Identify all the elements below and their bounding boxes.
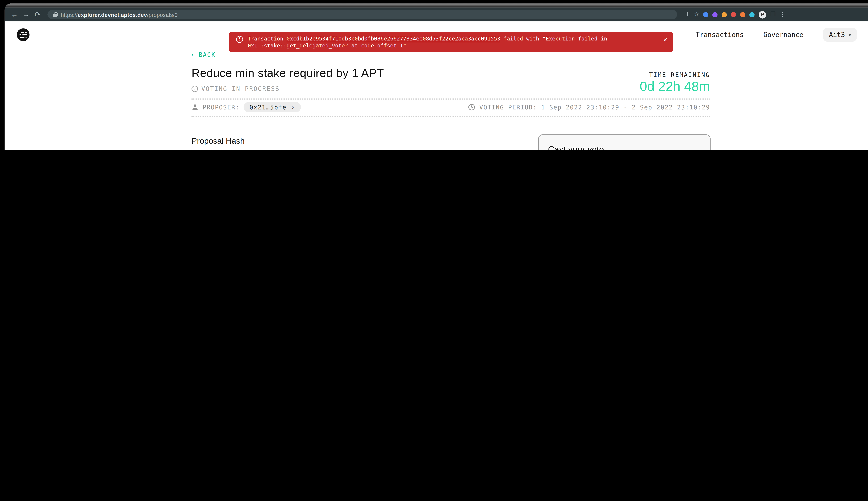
extension-icon-cyan[interactable] [750, 12, 755, 17]
clock-icon [468, 104, 475, 111]
forward-nav-icon[interactable]: → [22, 11, 30, 18]
proposal-page: ←BACK Reduce min stake required by 1 APT… [5, 48, 868, 150]
divider [191, 116, 710, 117]
browser-actions: ⬆ ☆ P ❐ ⋮ [685, 11, 785, 18]
time-remaining-value: 0d 22h 48m [640, 79, 710, 94]
proposer-address-pill[interactable]: 0x21…5bfe› [244, 102, 301, 113]
proposer-label: PROPOSER: [202, 104, 240, 111]
back-arrow-icon: ← [191, 51, 196, 58]
extension-icon-purple[interactable] [713, 12, 718, 17]
browser-window: ← → ⟳ https://explorer.devnet.aptos.dev/… [5, 3, 868, 150]
back-button[interactable]: ←BACK [191, 51, 216, 58]
aptos-logo[interactable] [16, 28, 30, 42]
bookmark-star-icon[interactable]: ☆ [694, 12, 699, 17]
cast-vote-card: Cast your vote Owner Account Address 0xa… [538, 134, 711, 150]
banner-close-icon[interactable]: ✕ [663, 36, 667, 43]
chevron-right-icon: › [291, 104, 295, 110]
url-text: https://explorer.devnet.aptos.dev/propos… [61, 11, 178, 18]
chevron-down-icon: ▼ [848, 32, 851, 38]
tab-grid-icon[interactable]: ❐ [770, 12, 776, 17]
proposal-title: Reduce min stake required by 1 APT [191, 66, 384, 80]
error-text: Transaction 0xcdb1b2e9534f710db3c0bd0fb0… [248, 35, 659, 49]
window-titlebar [5, 3, 868, 8]
status-icon: ··· [191, 85, 198, 92]
back-nav-icon[interactable]: ← [10, 11, 19, 18]
divider [191, 98, 710, 100]
extension-icon-blue[interactable] [703, 12, 708, 17]
extension-icon-amber[interactable] [740, 12, 746, 17]
cast-vote-title: Cast your vote [548, 144, 701, 150]
browser-menu-icon[interactable]: ⋮ [780, 12, 785, 17]
time-remaining-label: TIME REMAINING [649, 71, 710, 78]
failed-tx-hash-link[interactable]: 0xcdb1b2e9534f710db3c0bd0fb086e266277334… [287, 35, 500, 42]
voting-period-row: VOTING PERIOD: 1 Sep 2022 23:10:29 - 2 S… [468, 102, 710, 113]
nav-governance[interactable]: Governance [763, 31, 803, 39]
screen: ← → ⟳ https://explorer.devnet.aptos.dev/… [0, 0, 868, 150]
error-icon: ! [236, 36, 243, 43]
nav-transactions[interactable]: Transactions [696, 31, 744, 39]
transaction-error-banner: ! Transaction 0xcdb1b2e9534f710db3c0bd0f… [229, 32, 673, 52]
proposer-row: PROPOSER: 0x21…5bfe› [191, 102, 301, 113]
person-icon [191, 104, 198, 111]
extension-icon-orange[interactable] [722, 12, 727, 17]
share-icon[interactable]: ⬆ [685, 12, 690, 17]
reload-icon[interactable]: ⟳ [33, 11, 42, 18]
voting-period-value: 1 Sep 2022 23:10:29 - 2 Sep 2022 23:10:2… [541, 104, 710, 111]
voting-status: ··· VOTING IN PROGRESS [191, 85, 280, 92]
extension-icon-red[interactable] [731, 12, 736, 17]
lock-icon [53, 12, 57, 17]
network-selector[interactable]: Ait3▼ [823, 28, 857, 42]
browser-toolbar: ← → ⟳ https://explorer.devnet.aptos.dev/… [5, 8, 868, 21]
profile-avatar[interactable]: P [759, 11, 766, 18]
voting-period-label: VOTING PERIOD: [479, 104, 537, 111]
address-bar[interactable]: https://explorer.devnet.aptos.dev/propos… [47, 10, 677, 19]
proposal-hash-heading: Proposal Hash [191, 136, 245, 145]
